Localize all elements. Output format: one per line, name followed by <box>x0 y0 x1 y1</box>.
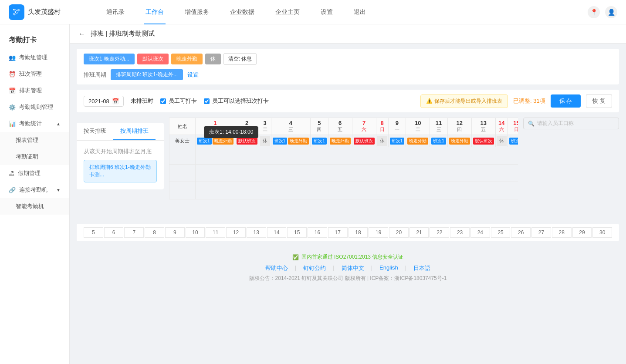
main-content: ← 排班 | 排班制考勤测试 班次1-晚走外动... 默认班次 晚走外勤 休 清… <box>70 24 626 364</box>
cell-7[interactable]: 默认班次 <box>352 135 376 147</box>
date-header-4: 4三 <box>271 118 311 135</box>
cal-day-22: 22 <box>430 227 449 238</box>
cal-day-18: 18 <box>349 227 368 238</box>
cal-day-6: 6 <box>104 227 124 238</box>
date-header-5: 5四 <box>311 118 328 135</box>
search-box[interactable]: 🔍 请输入员工口称 <box>523 118 619 129</box>
footer-link-help[interactable]: 帮助中心 <box>265 264 288 272</box>
search-icon: 🔍 <box>528 121 535 127</box>
sidebar-item-group[interactable]: 👥 考勤组管理 <box>0 49 69 66</box>
date-header-15: 15日 <box>508 118 518 135</box>
top-icons: 📍 👤 <box>588 6 617 18</box>
date-header-13: 13五 <box>471 118 495 135</box>
cal-day-9: 9 <box>165 227 185 238</box>
restore-button[interactable]: 恢 复 <box>586 94 612 108</box>
sidebar-item-vacation[interactable]: 🏖 假期管理 <box>0 165 69 182</box>
table-row-empty-3 <box>169 182 518 199</box>
cell-15[interactable]: 班次1 <box>508 135 518 147</box>
cal-day-26: 26 <box>511 227 531 238</box>
cell-12[interactable]: 晚走外勤 <box>447 135 471 147</box>
cal-day-17: 17 <box>328 227 348 238</box>
nav-item-data[interactable]: 企业数据 <box>228 0 256 24</box>
nav-item-vip[interactable]: 增值服务 <box>183 0 211 24</box>
sidebar-item-reports[interactable]: 报表管理 <box>0 132 69 148</box>
allow-punch-checkbox[interactable] <box>160 98 166 104</box>
shield-icon: ✅ <box>292 254 299 260</box>
unscheduled-option: 未排班时 <box>131 97 153 105</box>
tab-weekly[interactable]: 按周期排班 <box>113 123 156 140</box>
shift-btn-default[interactable]: 默认班次 <box>137 54 169 64</box>
tabs: 按天排班 按周期排班 <box>77 123 164 141</box>
footer-link-chinese[interactable]: 简体中文 <box>342 264 364 272</box>
chevron-up-icon: ▲ <box>56 121 61 126</box>
cal-day-23: 23 <box>450 227 470 238</box>
search-placeholder: 请输入员工口称 <box>537 120 574 127</box>
date-header-9: 9一 <box>388 118 406 135</box>
date-header-11: 11三 <box>430 118 448 135</box>
sidebar-item-stats[interactable]: 📊 考勤统计 ▲ <box>0 115 69 132</box>
sidebar: 考勤打卡 👥 考勤组管理 ⏰ 班次管理 📅 排班管理 ⚙️ 考勤规则管理 📊 考… <box>0 24 70 364</box>
schedule-table-wrap: 按天排班 按周期排班 从该天开始周期排班至月底 排班周期6 班次1-晚走外勤卡测… <box>77 118 518 219</box>
logo-area: 🕊 头发茂盛村 <box>9 4 78 20</box>
nav-items: 通讯录 工作台 增值服务 企业数据 企业主页 设置 退出 <box>105 0 368 24</box>
stats-icon: 📊 <box>9 121 16 127</box>
cell-10[interactable]: 晚走外勤 <box>406 135 430 147</box>
sidebar-item-proof[interactable]: 考勤证明 <box>0 148 69 165</box>
footer-link-agreement[interactable]: 钉钉公约 <box>303 264 326 272</box>
allow-punch-group: 员工可打卡 <box>160 97 197 105</box>
shift-btn-rest[interactable]: 休 <box>205 54 221 64</box>
cal-day-15: 15 <box>287 227 307 238</box>
cell-13[interactable]: 默认班次 <box>471 135 495 147</box>
schedule-option[interactable]: 排班周期6 班次1-晚走外勤卡测... <box>84 160 157 182</box>
cell-4[interactable]: 班次1晚走外勤 <box>271 135 311 147</box>
allow-choose-group: 员工可以选择班次打卡 <box>204 97 269 105</box>
calendar-icon: 📅 <box>112 98 119 104</box>
sidebar-item-schedule[interactable]: 📅 排班管理 <box>0 82 69 99</box>
footer-link-english[interactable]: English <box>379 264 398 272</box>
date-header-8: 8日 <box>376 118 388 135</box>
user-icon[interactable]: 👤 <box>605 6 617 18</box>
nav-item-settings[interactable]: 设置 <box>319 0 335 24</box>
sidebar-sub-stats: 报表管理 考勤证明 <box>0 132 69 165</box>
cal-day-13: 13 <box>247 227 266 238</box>
cell-6[interactable]: 晚走外勤 <box>328 135 352 147</box>
nav-item-homepage[interactable]: 企业主页 <box>274 0 301 24</box>
cell-8[interactable]: 休 <box>376 135 388 147</box>
nav-item-logout[interactable]: 退出 <box>352 0 368 24</box>
cal-day-7: 7 <box>124 227 144 238</box>
cell-3[interactable]: 休 <box>259 135 271 147</box>
cell-14[interactable]: 休 <box>495 135 508 147</box>
sidebar-item-connect[interactable]: 🔗 连接考勤机 ▼ <box>0 182 69 198</box>
page-header: ← 排班 | 排班制考勤测试 <box>70 24 626 44</box>
table-row-empty-2 <box>169 165 518 182</box>
back-button[interactable]: ← <box>78 30 85 38</box>
location-icon[interactable]: 📍 <box>588 6 600 18</box>
sidebar-item-smart-machine[interactable]: 智能考勤机 <box>0 198 69 215</box>
period-setting-link[interactable]: 设置 <box>187 71 199 79</box>
sidebar-title: 考勤打卡 <box>0 29 69 49</box>
clear-button[interactable]: 清空: 休息 <box>223 53 257 65</box>
cal-day-24: 24 <box>470 227 490 238</box>
cal-day-11: 11 <box>206 227 225 238</box>
cal-day-5: 5 <box>84 227 103 238</box>
cell-11[interactable]: 班次1 <box>430 135 448 147</box>
vacation-icon: 🏖 <box>9 170 14 177</box>
left-panel: 按天排班 按周期排班 从该天开始周期排班至月底 排班周期6 班次1-晚走外勤卡测… <box>77 118 164 219</box>
pagination: ‹ 1 › <box>169 199 518 219</box>
chevron-down-icon: ▼ <box>56 188 61 192</box>
cell-9[interactable]: 班次1 <box>388 135 406 147</box>
allow-choose-checkbox[interactable] <box>204 98 210 104</box>
shift-btn-1[interactable]: 班次1-晚走外动... <box>84 54 135 64</box>
date-picker[interactable]: 2021-08 📅 <box>84 96 124 107</box>
shift-btn-night[interactable]: 晚走外勤 <box>171 54 203 64</box>
tab-daily[interactable]: 按天排班 <box>77 123 113 140</box>
cell-5[interactable]: 班次1 <box>311 135 328 147</box>
period-value: 排班周期6: 班次1-晚走外... <box>111 69 183 80</box>
nav-item-workbench[interactable]: 工作台 <box>144 0 166 24</box>
sidebar-item-rules[interactable]: ⚙️ 考勤规则管理 <box>0 99 69 115</box>
sidebar-item-shift[interactable]: ⏰ 班次管理 <box>0 66 69 82</box>
footer-link-japanese[interactable]: 日本語 <box>413 264 430 272</box>
tooltip: 班次1: 14:00-18:00 <box>204 126 258 138</box>
nav-item-contacts[interactable]: 通讯录 <box>105 0 126 24</box>
save-button[interactable]: 保 存 <box>551 94 581 108</box>
